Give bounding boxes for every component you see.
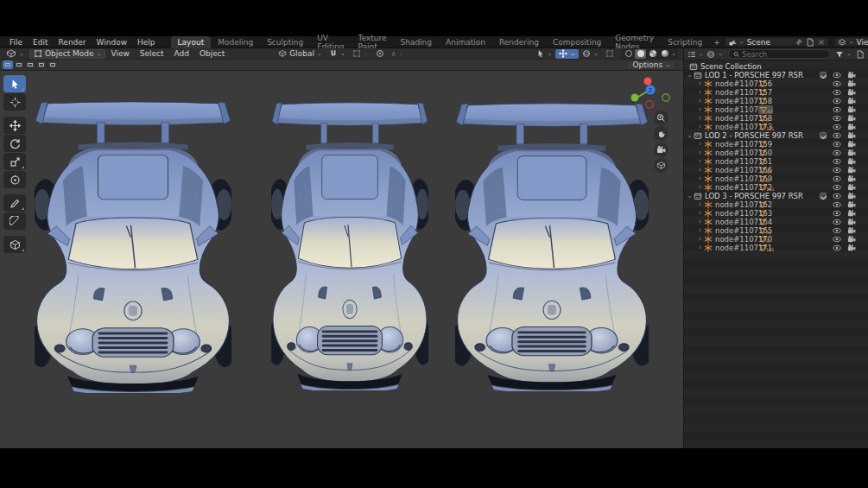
snap-target-selector[interactable]: ⌄ [349,49,372,59]
expand-chevron-icon[interactable]: › [696,115,704,122]
object-row[interactable]: › node#1107156 [684,79,868,88]
view-layer-name[interactable]: ViewLayer [857,38,868,47]
object-row[interactable]: › node#1107161 [684,157,868,166]
close-icon[interactable] [817,38,826,47]
expand-chevron-icon[interactable]: › [696,98,704,105]
chevron-down-icon[interactable]: ⌄ [671,51,676,57]
object-row[interactable]: › node#1107158 [684,97,868,105]
disable-render-icon[interactable] [847,166,856,174]
chevron-down-icon[interactable]: ⌄ [718,51,723,57]
object-row[interactable]: › node#1107164 [684,218,868,226]
hide-eye-icon[interactable] [833,166,841,174]
disable-render-icon[interactable] [847,157,856,166]
menu-render[interactable]: Render [54,38,92,47]
disable-render-icon[interactable] [847,149,856,157]
shading-material-button[interactable] [647,49,658,59]
search-input[interactable] [742,50,825,59]
disable-render-icon[interactable] [847,192,856,200]
display-mode-icon[interactable] [706,50,715,59]
collection-row[interactable]: ⌄ LOD 2 - PORSCHE 997 RSR [684,131,868,140]
hide-eye-icon[interactable] [833,71,841,79]
expand-chevron-icon[interactable]: › [696,175,704,182]
collection-name[interactable]: LOD 3 - PORSCHE 997 RSR [705,192,803,200]
expand-chevron-icon[interactable]: › [696,201,704,208]
shading-wireframe-button[interactable] [623,49,634,59]
object-row[interactable]: › node#1107168 8 [684,114,868,123]
show-overlays-toggle[interactable]: ⌄ [579,49,602,59]
object-row[interactable]: › node#1107169 8 [684,174,868,183]
hide-eye-icon[interactable] [833,157,841,166]
menu-file[interactable]: File [4,38,28,47]
tab-geometry-nodes[interactable]: Geometry Nodes [608,36,661,48]
view-layer-selector[interactable]: ⌄ ViewLayer [834,37,868,47]
tool-transform[interactable] [3,171,26,188]
hide-eye-icon[interactable] [833,226,841,235]
scene-collection-row[interactable]: Scene Collection [684,62,868,71]
select-mode-subtract-button[interactable] [25,60,35,69]
disable-render-icon[interactable] [847,235,856,244]
disable-render-icon[interactable] [847,131,856,140]
object-row[interactable]: › node#1107166 40 [684,166,868,174]
disable-render-icon[interactable] [847,123,856,131]
hide-eye-icon[interactable] [833,114,841,123]
expand-chevron-icon[interactable]: › [696,167,704,174]
tool-rotate[interactable] [3,135,26,152]
expand-chevron-icon[interactable]: ⌄ [686,72,694,79]
pan-hand-button[interactable] [654,126,668,141]
proportional-edit-toggle[interactable] [372,49,388,59]
axis-navigation-gizmo[interactable]: Z [627,74,672,112]
mode-selector[interactable]: Object Mode ⌄ [29,49,106,59]
hide-eye-icon[interactable] [833,174,841,183]
tab-rendering[interactable]: Rendering [492,36,546,48]
snap-toggle[interactable]: ⌄ [326,49,349,59]
shading-solid-button[interactable] [635,49,646,59]
disable-render-icon[interactable] [847,183,856,192]
disable-render-icon[interactable] [847,200,856,209]
new-collection-icon[interactable] [856,50,865,59]
exclude-checkbox[interactable] [820,72,827,79]
tab-shading[interactable]: Shading [393,36,439,48]
expand-chevron-icon[interactable]: › [696,106,704,113]
object-row[interactable]: › node#1107165 40 [684,226,868,235]
expand-chevron-icon[interactable]: › [696,227,704,234]
expand-chevron-icon[interactable]: › [696,149,704,156]
tool-move[interactable] [3,117,26,134]
expand-chevron-icon[interactable]: ⌄ [686,132,694,139]
toggle-ortho-button[interactable] [654,158,668,173]
collection-name[interactable]: LOD 1 - PORSCHE 997 RSR [705,71,803,79]
menu-add[interactable]: Add [169,49,194,58]
hide-eye-icon[interactable] [833,123,841,131]
car-model-lod2[interactable] [271,96,428,390]
hide-eye-icon[interactable] [833,200,841,209]
tab-compositing[interactable]: Compositing [546,36,608,48]
menu-select[interactable]: Select [135,49,169,58]
tab-uv-editing[interactable]: UV Editing [310,36,351,48]
filter-funnel-icon[interactable] [835,50,844,59]
object-row[interactable]: › node#1107157 [684,88,868,97]
outliner-tree[interactable]: Scene Collection ⌄ LOD 1 - PORSCHE 997 R… [684,60,868,448]
hide-eye-icon[interactable] [833,244,841,252]
pin-icon[interactable] [795,38,803,47]
expand-chevron-icon[interactable]: › [696,141,704,148]
hide-eye-icon[interactable] [833,183,841,192]
outliner-search[interactable] [728,49,830,59]
show-gizmo-toggle[interactable]: ⌄ [555,49,579,59]
object-row[interactable]: › node#1107171 111 [684,244,868,252]
viewport-canvas[interactable]: Z [0,71,683,448]
expand-chevron-icon[interactable]: › [696,124,704,130]
chevron-down-icon[interactable]: ⌄ [846,51,852,57]
tool-add-cube[interactable] [3,236,26,253]
car-model-lod1[interactable] [35,95,231,393]
collection-name[interactable]: LOD 2 - PORSCHE 997 RSR [705,131,803,140]
expand-chevron-icon[interactable]: ⌄ [686,193,694,200]
editor-type-selector[interactable]: ⌄ [3,49,28,59]
zoom-button[interactable] [654,111,668,125]
object-row[interactable]: › node#1107159 [684,140,868,149]
tab-sculpting[interactable]: Sculpting [260,36,310,48]
select-mode-intersect-button[interactable] [48,60,58,69]
hide-eye-icon[interactable] [833,209,841,218]
xray-toggle[interactable] [602,49,618,59]
collection-row[interactable]: ⌄ LOD 1 - PORSCHE 997 RSR [684,71,868,79]
tab-scripting[interactable]: Scripting [661,36,709,48]
expand-chevron-icon[interactable]: › [696,158,704,165]
